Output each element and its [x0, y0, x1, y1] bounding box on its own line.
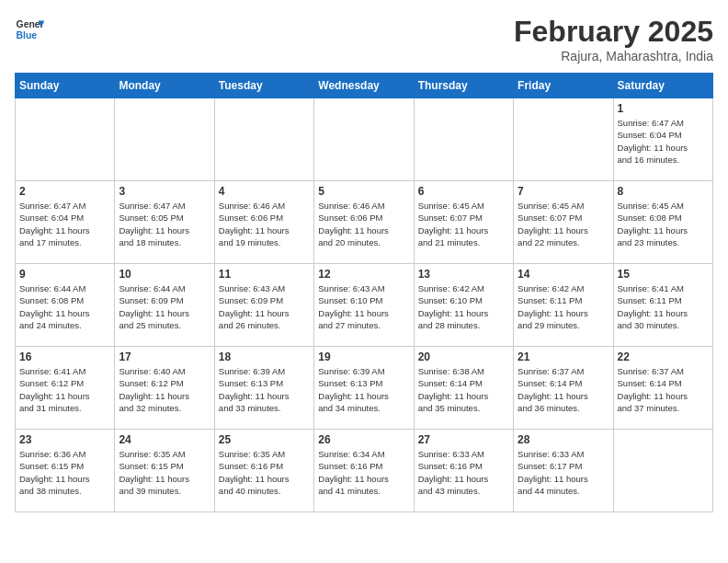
day-number: 18: [219, 350, 310, 363]
day-info: Sunrise: 6:45 AM Sunset: 6:07 PM Dayligh…: [518, 200, 609, 248]
day-info: Sunrise: 6:37 AM Sunset: 6:14 PM Dayligh…: [518, 365, 609, 414]
day-number: 2: [19, 185, 110, 198]
calendar-cell: 2Sunrise: 6:47 AM Sunset: 6:04 PM Daylig…: [16, 181, 115, 264]
day-info: Sunrise: 6:47 AM Sunset: 6:04 PM Dayligh…: [19, 200, 110, 248]
calendar-cell: 28Sunrise: 6:33 AM Sunset: 6:17 PM Dayli…: [514, 430, 613, 512]
calendar-cell: [414, 98, 513, 181]
day-info: Sunrise: 6:41 AM Sunset: 6:12 PM Dayligh…: [19, 365, 110, 414]
day-header-sunday: Sunday: [16, 74, 115, 98]
day-number: 9: [19, 268, 110, 281]
day-info: Sunrise: 6:45 AM Sunset: 6:07 PM Dayligh…: [418, 200, 509, 248]
day-info: Sunrise: 6:44 AM Sunset: 6:08 PM Dayligh…: [19, 282, 110, 331]
day-number: 7: [518, 185, 609, 198]
day-info: Sunrise: 6:35 AM Sunset: 6:16 PM Dayligh…: [219, 448, 310, 497]
day-number: 22: [618, 350, 709, 363]
calendar-cell: 14Sunrise: 6:42 AM Sunset: 6:11 PM Dayli…: [514, 264, 613, 347]
day-info: Sunrise: 6:44 AM Sunset: 6:09 PM Dayligh…: [119, 282, 210, 331]
day-number: 8: [618, 185, 709, 198]
calendar-cell: 20Sunrise: 6:38 AM Sunset: 6:14 PM Dayli…: [414, 347, 513, 430]
calendar-header-row: SundayMondayTuesdayWednesdayThursdayFrid…: [16, 74, 713, 98]
location-subtitle: Rajura, Maharashtra, India: [514, 49, 713, 63]
day-info: Sunrise: 6:35 AM Sunset: 6:15 PM Dayligh…: [119, 448, 210, 497]
day-number: 24: [119, 433, 210, 446]
calendar-cell: 6Sunrise: 6:45 AM Sunset: 6:07 PM Daylig…: [414, 181, 513, 264]
day-header-monday: Monday: [115, 74, 214, 98]
day-info: Sunrise: 6:37 AM Sunset: 6:14 PM Dayligh…: [618, 365, 709, 414]
day-number: 1: [618, 102, 709, 115]
logo-icon: General Blue: [15, 15, 44, 44]
calendar-cell: 10Sunrise: 6:44 AM Sunset: 6:09 PM Dayli…: [115, 264, 214, 347]
day-info: Sunrise: 6:38 AM Sunset: 6:14 PM Dayligh…: [418, 365, 509, 414]
calendar-cell: 24Sunrise: 6:35 AM Sunset: 6:15 PM Dayli…: [115, 430, 214, 512]
day-header-tuesday: Tuesday: [214, 74, 313, 98]
day-info: Sunrise: 6:47 AM Sunset: 6:05 PM Dayligh…: [119, 200, 210, 248]
day-number: 20: [418, 350, 509, 363]
day-number: 16: [19, 350, 110, 363]
week-row-1: 1Sunrise: 6:47 AM Sunset: 6:04 PM Daylig…: [16, 98, 713, 181]
day-number: 25: [219, 433, 310, 446]
week-row-2: 2Sunrise: 6:47 AM Sunset: 6:04 PM Daylig…: [16, 181, 713, 264]
day-number: 27: [418, 433, 509, 446]
day-number: 23: [19, 433, 110, 446]
day-info: Sunrise: 6:45 AM Sunset: 6:08 PM Dayligh…: [618, 200, 709, 248]
calendar-cell: 11Sunrise: 6:43 AM Sunset: 6:09 PM Dayli…: [214, 264, 313, 347]
day-info: Sunrise: 6:34 AM Sunset: 6:16 PM Dayligh…: [318, 448, 409, 497]
day-number: 6: [418, 185, 509, 198]
day-info: Sunrise: 6:39 AM Sunset: 6:13 PM Dayligh…: [318, 365, 409, 414]
day-number: 4: [219, 185, 310, 198]
day-number: 14: [518, 268, 609, 281]
day-info: Sunrise: 6:46 AM Sunset: 6:06 PM Dayligh…: [219, 200, 310, 248]
day-number: 10: [119, 268, 210, 281]
day-header-friday: Friday: [514, 74, 613, 98]
day-header-saturday: Saturday: [613, 74, 712, 98]
logo: General Blue: [15, 15, 44, 44]
day-number: 26: [318, 433, 409, 446]
day-number: 21: [518, 350, 609, 363]
calendar-cell: 7Sunrise: 6:45 AM Sunset: 6:07 PM Daylig…: [514, 181, 613, 264]
day-info: Sunrise: 6:43 AM Sunset: 6:09 PM Dayligh…: [219, 282, 310, 331]
day-info: Sunrise: 6:42 AM Sunset: 6:11 PM Dayligh…: [518, 282, 609, 331]
day-info: Sunrise: 6:47 AM Sunset: 6:04 PM Dayligh…: [618, 117, 709, 166]
calendar-cell: 3Sunrise: 6:47 AM Sunset: 6:05 PM Daylig…: [115, 181, 214, 264]
calendar-cell: 22Sunrise: 6:37 AM Sunset: 6:14 PM Dayli…: [613, 347, 712, 430]
day-number: 11: [219, 268, 310, 281]
calendar-cell: 27Sunrise: 6:33 AM Sunset: 6:16 PM Dayli…: [414, 430, 513, 512]
day-number: 12: [318, 268, 409, 281]
day-header-wednesday: Wednesday: [314, 74, 414, 98]
week-row-3: 9Sunrise: 6:44 AM Sunset: 6:08 PM Daylig…: [16, 264, 713, 347]
day-number: 28: [518, 433, 609, 446]
calendar-cell: 26Sunrise: 6:34 AM Sunset: 6:16 PM Dayli…: [314, 430, 414, 512]
calendar-cell: 23Sunrise: 6:36 AM Sunset: 6:15 PM Dayli…: [16, 430, 115, 512]
day-number: 15: [618, 268, 709, 281]
calendar-cell: 13Sunrise: 6:42 AM Sunset: 6:10 PM Dayli…: [414, 264, 513, 347]
calendar-cell: 1Sunrise: 6:47 AM Sunset: 6:04 PM Daylig…: [613, 98, 712, 181]
day-number: 5: [318, 185, 409, 198]
calendar-cell: 21Sunrise: 6:37 AM Sunset: 6:14 PM Dayli…: [514, 347, 613, 430]
calendar-cell: 19Sunrise: 6:39 AM Sunset: 6:13 PM Dayli…: [314, 347, 414, 430]
day-info: Sunrise: 6:39 AM Sunset: 6:13 PM Dayligh…: [219, 365, 310, 414]
day-info: Sunrise: 6:46 AM Sunset: 6:06 PM Dayligh…: [318, 200, 409, 248]
week-row-5: 23Sunrise: 6:36 AM Sunset: 6:15 PM Dayli…: [16, 430, 713, 512]
week-row-4: 16Sunrise: 6:41 AM Sunset: 6:12 PM Dayli…: [16, 347, 713, 430]
day-number: 17: [119, 350, 210, 363]
calendar-cell: 16Sunrise: 6:41 AM Sunset: 6:12 PM Dayli…: [16, 347, 115, 430]
day-info: Sunrise: 6:41 AM Sunset: 6:11 PM Dayligh…: [618, 282, 709, 331]
calendar-cell: [613, 430, 712, 512]
calendar-cell: [115, 98, 214, 181]
day-number: 19: [318, 350, 409, 363]
day-info: Sunrise: 6:40 AM Sunset: 6:12 PM Dayligh…: [119, 365, 210, 414]
calendar-cell: 25Sunrise: 6:35 AM Sunset: 6:16 PM Dayli…: [214, 430, 313, 512]
calendar-table: SundayMondayTuesdayWednesdayThursdayFrid…: [15, 73, 713, 512]
calendar-cell: [314, 98, 414, 181]
svg-text:Blue: Blue: [17, 30, 38, 40]
title-block: February 2025 Rajura, Maharashtra, India: [514, 15, 713, 63]
calendar-cell: 15Sunrise: 6:41 AM Sunset: 6:11 PM Dayli…: [613, 264, 712, 347]
calendar-cell: 5Sunrise: 6:46 AM Sunset: 6:06 PM Daylig…: [314, 181, 414, 264]
day-info: Sunrise: 6:33 AM Sunset: 6:16 PM Dayligh…: [418, 448, 509, 497]
calendar-cell: [214, 98, 313, 181]
calendar-cell: 4Sunrise: 6:46 AM Sunset: 6:06 PM Daylig…: [214, 181, 313, 264]
month-title: February 2025: [514, 15, 713, 49]
day-header-thursday: Thursday: [414, 74, 513, 98]
day-number: 3: [119, 185, 210, 198]
calendar-cell: 8Sunrise: 6:45 AM Sunset: 6:08 PM Daylig…: [613, 181, 712, 264]
